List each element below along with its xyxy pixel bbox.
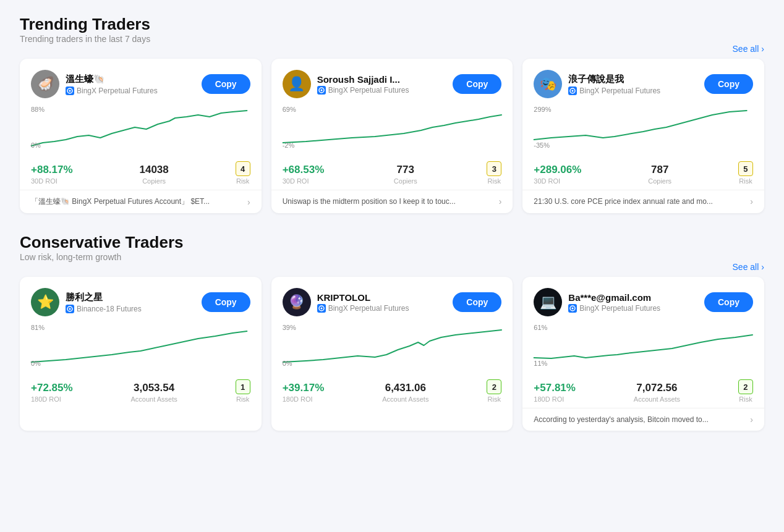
trending-see-all[interactable]: See all › — [733, 44, 764, 54]
svg-point-3 — [320, 89, 322, 91]
conservative-see-all[interactable]: See all › — [733, 262, 764, 272]
card-header: 🎭 浪子傳說是我 BingX Perpetual Futures — [534, 70, 753, 98]
chevron-right-icon: › — [761, 262, 764, 272]
chart-label-mid: -2% — [283, 141, 295, 149]
trader-card: ⭐ 勝利之星 Binance-18 Futures — [20, 277, 262, 431]
copy-button[interactable]: Copy — [202, 292, 250, 312]
footer-text: 21:30 U.S. core PCE price index annual r… — [534, 197, 713, 206]
conservative-subtitle: Low risk, long-term growth — [20, 252, 183, 262]
chart-area: 299% -35% — [522, 106, 764, 155]
copy-button[interactable]: Copy — [704, 74, 753, 94]
card-footer[interactable]: 21:30 U.S. core PCE price index annual r… — [522, 190, 764, 213]
trader-card: 💻 Ba***e@gmail.com BingX Perpetual F — [522, 277, 764, 431]
avatar: 🎭 — [534, 70, 562, 98]
avatar: 💻 — [534, 288, 562, 316]
trending-header: Trending Traders Trending traders in the… — [20, 15, 764, 54]
roi-stat: +289.06% 30D ROI — [534, 164, 581, 185]
trader-name: 勝利之星 — [66, 292, 142, 303]
risk-badge: 2 Risk — [738, 379, 753, 403]
trader-card: 🦪 溫生蠔🐚 BingX Perpetual Futures — [20, 59, 262, 213]
copiers-label: Account Assets — [382, 395, 428, 403]
risk-label: Risk — [236, 395, 249, 403]
copiers-label: Copiers — [139, 177, 168, 185]
platform-icon — [317, 86, 326, 95]
card-footer[interactable]: According to yesterday's analysis, Bitco… — [522, 408, 764, 431]
trader-info: 🎭 浪子傳說是我 BingX Perpetual Futures — [534, 70, 660, 98]
roi-label: 30D ROI — [534, 177, 581, 185]
conservative-title: Conservative Traders — [20, 233, 183, 252]
svg-point-11 — [572, 307, 574, 309]
chart-area: 81% 0% — [20, 324, 262, 373]
copy-button[interactable]: Copy — [202, 74, 250, 94]
stats-row: +57.81% 180D ROI 7,072.56 Account Assets… — [534, 373, 753, 408]
trader-name: 溫生蠔🐚 — [66, 74, 158, 85]
platform-icon — [66, 305, 74, 313]
copy-button[interactable]: Copy — [453, 74, 501, 94]
avatar: ⭐ — [31, 288, 59, 316]
chart-label-top: 88% — [31, 106, 45, 113]
footer-chevron-icon: › — [750, 415, 753, 424]
copiers-stat: 773 Copiers — [394, 164, 417, 185]
trader-platform: BingX Perpetual Futures — [568, 87, 660, 95]
risk-label: Risk — [739, 177, 752, 185]
copiers-value: 3,053.54 — [131, 382, 177, 394]
risk-badge: 4 Risk — [236, 161, 250, 185]
copy-button[interactable]: Copy — [704, 292, 753, 312]
copy-button[interactable]: Copy — [453, 292, 501, 312]
conservative-section: Conservative Traders Low risk, long-term… — [20, 233, 764, 431]
svg-point-9 — [320, 307, 322, 309]
roi-stat: +68.53% 30D ROI — [283, 164, 325, 185]
footer-chevron-icon: › — [499, 196, 502, 206]
trader-info: 🔮 KRIPTOLOL BingX Perpetual Futures — [283, 288, 409, 316]
svg-point-5 — [572, 90, 574, 91]
chevron-right-icon: › — [761, 44, 764, 54]
card-header: 👤 Soroush Sajjadi I... BingX Perpetu — [283, 70, 502, 98]
risk-value: 4 — [236, 161, 250, 176]
trending-subtitle: Trending traders in the last 7 days — [20, 34, 150, 44]
card-footer[interactable]: Uniswap is the midterm position so I kee… — [271, 190, 513, 213]
avatar: 🦪 — [31, 70, 59, 98]
stats-row: +39.17% 180D ROI 6,431.06 Account Assets… — [283, 373, 502, 408]
roi-value: +289.06% — [534, 164, 581, 176]
chart-area: 88% 0% — [20, 106, 262, 155]
footer-chevron-icon: › — [750, 196, 753, 206]
copiers-value: 6,431.06 — [382, 382, 428, 394]
roi-value: +72.85% — [31, 382, 73, 394]
trader-platform: BingX Perpetual Futures — [317, 86, 409, 95]
stats-row: +289.06% 30D ROI 787 Copiers 5 Risk — [534, 155, 753, 190]
copiers-value: 14038 — [139, 164, 168, 176]
risk-label: Risk — [739, 395, 752, 403]
trader-name: Ba***e@gmail.com — [568, 292, 660, 303]
svg-point-7 — [69, 308, 71, 310]
chart-area: 39% 0% — [271, 324, 513, 373]
chart-label-top: 69% — [283, 106, 296, 113]
roi-label: 180D ROI — [534, 395, 576, 403]
copiers-stat: 14038 Copiers — [139, 164, 168, 185]
roi-stat: +57.81% 180D ROI — [534, 382, 576, 403]
chart-label-mid: 0% — [31, 360, 41, 367]
svg-point-1 — [69, 90, 71, 91]
roi-value: +39.17% — [283, 382, 325, 394]
trader-card: 🎭 浪子傳說是我 BingX Perpetual Futures — [522, 59, 764, 213]
footer-text: 「溫生蠔🐚 BingX Perpetual Futures Account」 $… — [31, 196, 210, 207]
platform-icon — [317, 304, 326, 313]
risk-badge: 1 Risk — [236, 379, 250, 403]
chart-label-mid: 0% — [31, 141, 41, 149]
roi-label: 30D ROI — [283, 177, 325, 185]
roi-value: +88.17% — [31, 164, 73, 176]
risk-label: Risk — [236, 177, 249, 185]
card-header: 🦪 溫生蠔🐚 BingX Perpetual Futures — [31, 70, 250, 98]
trader-card: 👤 Soroush Sajjadi I... BingX Perpetu — [271, 59, 513, 213]
trader-name: KRIPTOLOL — [317, 292, 409, 303]
footer-text: Uniswap is the midterm position so I kee… — [283, 197, 456, 206]
risk-badge: 3 Risk — [487, 161, 501, 185]
trader-info: ⭐ 勝利之星 Binance-18 Futures — [31, 288, 142, 316]
card-footer[interactable]: 「溫生蠔🐚 BingX Perpetual Futures Account」 $… — [20, 190, 262, 213]
copiers-value: 773 — [394, 164, 417, 176]
copiers-label: Account Assets — [131, 395, 177, 403]
stats-row: +88.17% 30D ROI 14038 Copiers 4 Risk — [31, 155, 250, 190]
risk-value: 1 — [236, 379, 250, 394]
trader-name: Soroush Sajjadi I... — [317, 74, 409, 85]
avatar: 👤 — [283, 70, 311, 98]
chart-label-top: 81% — [31, 324, 45, 331]
